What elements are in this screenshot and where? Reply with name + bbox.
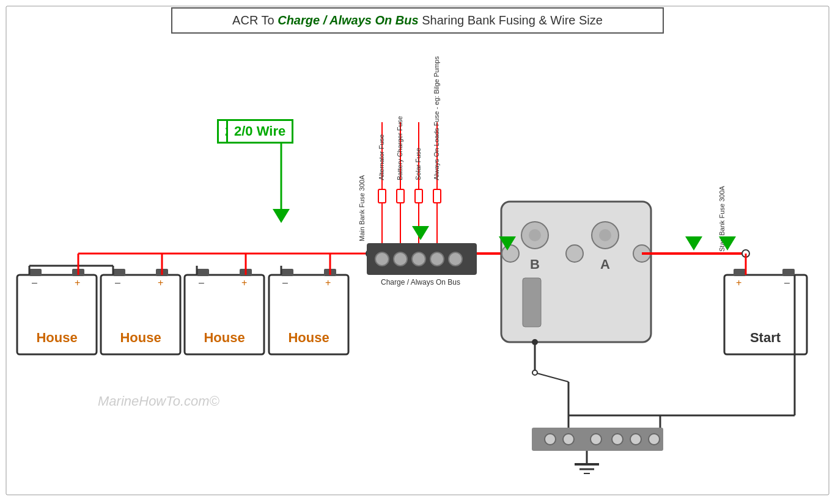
svg-text:A: A [600,257,610,272]
svg-rect-90 [415,189,422,203]
svg-point-47 [592,222,619,249]
svg-point-77 [630,434,641,445]
svg-point-46 [529,229,541,241]
svg-rect-8 [156,269,168,276]
svg-point-43 [570,249,579,258]
svg-point-39 [430,252,444,266]
svg-rect-65 [782,269,795,276]
title-italic: Charge / Always On Bus [278,13,418,27]
svg-rect-105 [6,6,829,495]
svg-text:–: – [115,277,120,288]
svg-text:House: House [36,330,77,345]
title-box: ACR To Charge / Always On Bus Sharing Ba… [171,7,664,34]
svg-point-78 [649,434,660,445]
svg-text:+: + [736,277,741,288]
svg-text:+: + [325,277,331,288]
svg-text:Charge / Always On Bus: Charge / Always On Bus [381,278,460,287]
svg-point-38 [412,252,425,266]
svg-text:House: House [204,330,245,345]
svg-line-57 [535,373,568,382]
svg-text:Alternator Fuse: Alternator Fuse [378,134,385,180]
wire-size-label: 2/0 Wire [226,119,293,144]
title-suffix: Sharing Bank Fusing & Wire Size [419,13,603,27]
svg-text:Start Bank Fuse 300A: Start Bank Fuse 300A [718,186,726,252]
svg-text:+: + [158,277,163,288]
svg-text:+: + [75,277,80,288]
svg-marker-102 [685,236,702,250]
svg-text:House: House [120,330,161,345]
svg-text:–: – [199,277,204,288]
svg-point-40 [449,252,462,266]
svg-text:Solar Fuse: Solar Fuse [414,148,422,180]
diagram-container: ACR To Charge / Always On Bus Sharing Ba… [0,0,835,504]
svg-point-62 [742,250,749,257]
svg-rect-12 [185,275,264,354]
wiring-diagram: – + House – + House – + House – + House [0,0,835,504]
svg-rect-19 [281,269,293,276]
svg-marker-103 [719,236,736,250]
svg-text:Main Bank Fuse 300A: Main Bank Fuse 300A [358,175,366,241]
svg-point-37 [394,252,407,266]
svg-point-58 [532,370,537,375]
svg-rect-72 [532,428,663,451]
svg-rect-14 [240,269,252,276]
svg-rect-13 [197,269,209,276]
svg-point-48 [599,229,611,241]
svg-rect-1 [29,269,42,276]
svg-point-75 [590,434,601,445]
svg-rect-63 [724,275,807,354]
svg-rect-86 [378,189,386,203]
svg-rect-88 [397,189,404,203]
svg-point-45 [521,222,548,249]
svg-point-74 [563,434,574,445]
svg-rect-64 [734,269,746,276]
svg-point-34 [366,250,373,257]
svg-rect-54 [523,278,541,327]
svg-text:–: – [32,277,37,288]
svg-marker-100 [412,226,429,240]
svg-point-73 [545,434,556,445]
svg-rect-0 [17,275,97,354]
svg-rect-92 [433,189,441,203]
svg-rect-7 [113,269,125,276]
svg-point-52 [566,245,583,262]
svg-rect-44 [501,202,651,342]
svg-point-56 [532,339,538,345]
svg-text:House: House [288,330,329,345]
svg-marker-101 [499,236,516,250]
svg-point-51 [502,245,519,262]
svg-text:Battery Charger Fuse: Battery Charger Fuse [396,116,403,180]
svg-marker-99 [273,209,290,223]
svg-text:Start: Start [750,330,781,345]
svg-text:–: – [784,277,790,288]
svg-rect-6 [101,275,180,354]
svg-rect-18 [269,275,348,354]
svg-text:–: – [282,277,288,288]
svg-text:Always On Loads Fuse - eg: Bil: Always On Loads Fuse - eg: Bilge Pumps [433,56,440,180]
svg-rect-2 [72,269,84,276]
watermark: MarineHowTo.com© [98,393,219,409]
svg-point-36 [375,252,389,266]
svg-point-76 [612,434,623,445]
svg-rect-35 [367,243,477,275]
title-prefix: ACR To [232,13,278,27]
svg-text:+: + [241,277,247,288]
svg-rect-20 [324,269,336,276]
svg-point-53 [633,245,650,262]
svg-text:B: B [530,257,540,272]
